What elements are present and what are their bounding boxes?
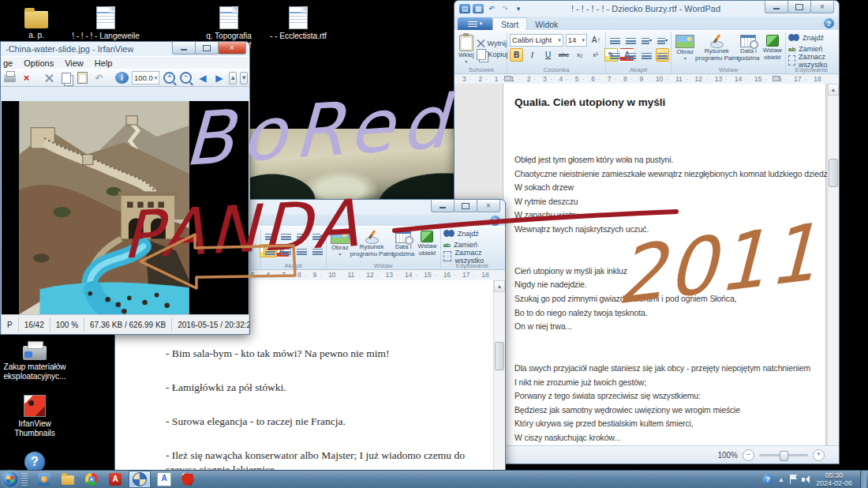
subscript-button[interactable]: x₂ — [573, 48, 586, 62]
bold-button[interactable]: B — [510, 48, 523, 62]
cut-button[interactable] — [43, 71, 56, 84]
wordpad-app-icon[interactable]: ▤ — [459, 4, 470, 13]
insert-image-button[interactable]: Obraz ▾ — [329, 229, 351, 261]
zoom-out-button[interactable]: − — [743, 449, 754, 461]
align-center-button[interactable] — [624, 48, 638, 62]
hidden-icons-chevron[interactable]: ▲ — [778, 476, 784, 483]
decrease-indent-button[interactable] — [608, 33, 622, 47]
next-image-button[interactable]: ▶ — [212, 71, 226, 84]
action-center-flag-icon[interactable] — [789, 475, 797, 484]
print-button[interactable] — [3, 71, 17, 84]
zoom-in-button[interactable]: + — [813, 449, 825, 461]
close-button[interactable]: × — [810, 1, 834, 13]
find-button[interactable]: Znajdź — [788, 33, 835, 43]
align-left-button[interactable] — [264, 244, 277, 257]
clock[interactable]: 05:30 2024-02-06 — [816, 471, 852, 487]
maximize-button[interactable] — [195, 42, 219, 54]
scroll-up-icon[interactable]: ▲ — [828, 84, 839, 96]
align-left-button[interactable] — [608, 48, 622, 62]
desktop-icon[interactable]: Zakup materiałów eksploatacyjnyc... — [0, 340, 69, 381]
taskbar-app-button[interactable] — [154, 471, 174, 487]
close-button[interactable]: × — [477, 200, 500, 212]
minimize-button[interactable] — [172, 42, 196, 54]
superscript-button[interactable]: x² — [589, 48, 602, 62]
zoom-out-button[interactable]: − — [179, 71, 193, 84]
insert-object-button[interactable]: Wstaw obiekt — [417, 229, 437, 261]
volume-icon[interactable] — [802, 475, 811, 484]
taskbar-app-button[interactable] — [34, 471, 54, 487]
indent-marker[interactable] — [504, 76, 511, 81]
justify-button[interactable] — [311, 244, 324, 257]
underline-button[interactable]: U — [541, 48, 555, 62]
justify-button[interactable] — [656, 48, 669, 62]
menu-item[interactable]: ge — [3, 58, 13, 68]
increase-indent-button[interactable] — [279, 229, 293, 242]
paint-drawing-button[interactable]: Rysunek programu Paint — [698, 33, 735, 66]
taskbar-app-button[interactable] — [81, 471, 102, 487]
taskbar-app-button[interactable] — [129, 471, 151, 488]
scroll-up-icon[interactable]: ▲ — [494, 280, 505, 292]
list-button[interactable]: ▾ — [640, 33, 653, 47]
line-spacing-button[interactable]: ▾ — [311, 229, 324, 242]
qat-dropdown-icon[interactable]: ▾ — [513, 4, 524, 13]
paste-button[interactable]: Wklej ▾ — [458, 33, 474, 66]
document-page[interactable]: Qualia. Cień utopiony w myśli Obłęd jest… — [503, 84, 826, 446]
first-image-button[interactable]: ▲ — [229, 72, 237, 84]
undo-button[interactable]: ↶ — [92, 71, 106, 84]
insert-object-button[interactable]: Wstaw obiekt — [762, 33, 783, 66]
tab-start[interactable]: Start — [492, 17, 527, 30]
help-icon[interactable]: ? — [490, 216, 500, 226]
wordpad-titlebar[interactable]: ▤ ▦ ↶ ↷ ▾ ! - ! - ! - ! - Dziecko Burzy.… — [455, 1, 839, 17]
zoom-slider[interactable] — [759, 454, 808, 456]
scrollbar-thumb[interactable] — [495, 342, 504, 370]
hp-support-tray-icon[interactable]: ? — [762, 474, 773, 485]
save-button[interactable]: ▦ — [473, 4, 484, 13]
zoom-slider-thumb[interactable] — [780, 451, 788, 461]
maximize-button[interactable] — [788, 1, 811, 13]
font-size-combo[interactable]: 14▾ — [566, 34, 587, 47]
list-button[interactable]: ▾ — [295, 229, 309, 242]
irfanview-titlebar[interactable]: -China-water-slide.jpg - IrfanView × — [1, 42, 249, 56]
minimize-button[interactable] — [431, 200, 455, 212]
date-time-button[interactable]: Data i godzina — [392, 229, 414, 261]
last-image-button[interactable]: ▼ — [240, 72, 248, 84]
align-center-button[interactable] — [279, 244, 293, 257]
maximize-button[interactable] — [454, 200, 477, 212]
font-family-combo[interactable]: Calibri Light▾ — [510, 34, 563, 47]
align-right-button[interactable] — [640, 48, 653, 62]
document-body[interactable]: - Bim sala-bym - kto tak mówi? Na pewno … — [166, 347, 497, 474]
vertical-scrollbar[interactable]: ▲ — [827, 84, 839, 446]
delete-button[interactable]: × — [20, 71, 33, 84]
image-viewer-canvas[interactable] — [2, 101, 249, 314]
undo-button[interactable]: ↶ — [486, 4, 497, 13]
tab-widok[interactable]: Widok — [527, 18, 566, 30]
desktop-icon[interactable]: - - Ecclectista.rtf — [264, 5, 333, 41]
select-all-button[interactable]: Zaznacz wszystko — [443, 251, 501, 261]
find-button[interactable]: Znajdź — [443, 229, 501, 238]
paint-drawing-button[interactable]: Rysunek programu Paint — [354, 229, 390, 261]
minimize-button[interactable] — [765, 1, 788, 13]
taskbar-app-button[interactable] — [178, 471, 198, 487]
paste-button[interactable] — [76, 71, 89, 84]
taskbar-app-button[interactable] — [105, 471, 125, 487]
zoom-combo[interactable]: 100.0▾ — [132, 71, 159, 84]
copy-button[interactable]: Kopiuj — [477, 49, 508, 60]
decrease-indent-button[interactable] — [264, 229, 277, 242]
copy-button[interactable] — [59, 71, 73, 84]
cut-button[interactable]: Wytnij — [477, 39, 508, 47]
show-desktop-button[interactable] — [860, 471, 866, 488]
desktop-icon[interactable]: IrfanView Thumbnails — [0, 392, 69, 438]
insert-image-button[interactable]: Obraz ▾ — [674, 33, 696, 66]
grow-font-button[interactable]: A↑ — [589, 33, 603, 47]
taskbar-app-button[interactable] — [58, 471, 78, 487]
menu-item[interactable]: View — [65, 58, 84, 68]
date-time-button[interactable]: Data i godzina — [737, 33, 759, 66]
close-button[interactable]: × — [218, 42, 246, 54]
menu-item[interactable]: Options — [24, 58, 54, 68]
menu-item[interactable]: Help — [95, 58, 113, 68]
help-icon[interactable]: ? — [824, 18, 834, 28]
desktop-icon[interactable]: a. p. — [2, 5, 71, 40]
select-all-button[interactable]: Zaznacz wszystko — [788, 55, 835, 66]
start-button[interactable] — [2, 471, 18, 487]
increase-indent-button[interactable] — [624, 33, 638, 47]
